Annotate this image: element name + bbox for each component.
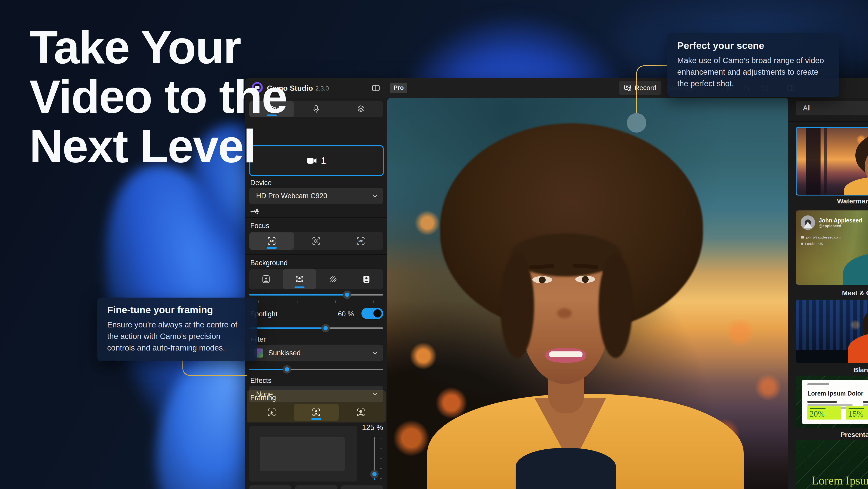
record-button[interactable]: Record	[619, 81, 661, 95]
flip-horizontal-button[interactable]	[249, 485, 291, 489]
slide-stat-value: 20%	[810, 409, 839, 419]
subject-smile	[546, 348, 586, 363]
location-pin-icon	[801, 242, 804, 245]
svg-text:MF: MF	[359, 239, 363, 243]
subject-hair-side	[598, 254, 632, 358]
overlay-location: London, UK	[805, 242, 823, 246]
device-dropdown[interactable]: HD Pro Webcam C920	[249, 188, 383, 204]
subject-eye	[532, 276, 552, 283]
focus-auto-af-option[interactable]: AF	[249, 232, 294, 250]
overlay-location-row: London, UK	[801, 242, 823, 246]
subject-eye	[575, 276, 595, 283]
slider-ticks	[249, 300, 383, 303]
filter-value: Sunkissed	[268, 349, 301, 357]
tab-microphone[interactable]	[294, 101, 338, 117]
background-label: Background	[250, 259, 287, 267]
callout-body: Make use of Camo’s broad range of video …	[677, 55, 829, 89]
video-preview	[387, 98, 788, 489]
overlay-email: johny@appleseed.com	[806, 235, 841, 239]
framing-segmented-control	[249, 404, 383, 421]
preset-thumbnail-blank[interactable]	[796, 299, 868, 363]
background-strength-slider[interactable]	[249, 291, 383, 299]
subject-nose	[557, 308, 572, 318]
callout-title: Fine-tune your framing	[107, 304, 247, 315]
window-frame-shape	[806, 127, 820, 195]
preset-thumbnail-presentation[interactable]: Lorem Ipsum Dolor	[796, 376, 868, 428]
overlay-name: John Appleseed	[819, 217, 862, 224]
sidebar-toggle-icon[interactable]	[371, 84, 380, 92]
filter-dropdown[interactable]: Sunkissed	[249, 345, 383, 361]
device-value: HD Pro Webcam C920	[256, 192, 327, 200]
framing-pan-area[interactable]	[249, 426, 358, 482]
chevron-down-icon	[372, 350, 378, 356]
subject-top	[516, 448, 616, 489]
focus-segmented-control: AF MF	[249, 232, 383, 250]
record-icon	[624, 84, 632, 92]
camera-number: 1	[321, 155, 326, 166]
device-label: Device	[250, 179, 272, 187]
library-filter-value: All	[803, 104, 811, 112]
preset-label: Presentation	[840, 431, 868, 438]
tab-layers[interactable]	[339, 101, 383, 117]
rotate-button[interactable]	[295, 485, 337, 489]
focus-manual-mf-option[interactable]: MF	[339, 232, 383, 250]
effects-label: Effects	[250, 377, 272, 385]
callout-fine-tune-framing: Fine-tune your framing Ensure you’re alw…	[97, 297, 257, 361]
slide-stat-box: 15%	[846, 406, 868, 420]
zoom-value: 125 %	[360, 423, 385, 432]
headline-line: Take Your	[29, 23, 287, 72]
overlay-email-row: johny@appleseed.com	[801, 235, 841, 239]
focus-center-option[interactable]	[294, 232, 338, 250]
preset-label: Blank	[853, 366, 868, 374]
slide-card: Lorem Ipsum Dolor	[802, 380, 868, 424]
app-version: 2.3.0	[315, 85, 329, 92]
background-replace-option[interactable]	[283, 269, 316, 289]
background-none-option[interactable]	[249, 269, 283, 289]
background-portrait-option[interactable]	[350, 269, 383, 289]
overlay-handle: @appleseed	[819, 224, 862, 228]
headline-line: Video to the	[29, 72, 287, 121]
spotlight-value: 60 %	[338, 310, 354, 318]
callout-title: Perfect your scene	[677, 40, 829, 51]
slide-stat-value: 15%	[848, 409, 868, 419]
preset-label: Meet & Greet	[842, 289, 868, 297]
subject-hair-side	[500, 254, 534, 358]
headline-line: Next Level	[29, 121, 287, 171]
preset-thumbnail-meet-greet[interactable]: John Appleseed @appleseed johny@applesee…	[796, 210, 868, 285]
slide-title: Lorem Ipsum Dolor	[807, 390, 868, 397]
framing-closeup-option[interactable]	[339, 404, 383, 421]
usb-icon	[250, 208, 260, 215]
camo-studio-window: Camo Studio 2.3.0 Pro Record Meetings	[245, 78, 868, 489]
lower-third-overlay: John Appleseed @appleseed	[801, 215, 862, 230]
focus-label: Focus	[250, 222, 269, 230]
thumb-slide-frame	[805, 447, 868, 489]
slide-stat-box: 20%	[807, 406, 841, 420]
screenshot-stage: Take Your Video to the Next Level Camo S…	[0, 0, 868, 489]
preset-thumbnail-lorem[interactable]: Lorem Ipsum	[796, 440, 868, 489]
slide-logo-bar	[807, 383, 829, 385]
pro-badge: Pro	[390, 83, 407, 93]
spotlight-slider[interactable]	[249, 324, 383, 332]
zoom-slider-ticks	[380, 438, 382, 479]
framing-auto-person-option[interactable]	[294, 404, 338, 421]
marketing-headline: Take Your Video to the Next Level	[29, 23, 287, 171]
spotlight-toggle[interactable]	[362, 308, 383, 319]
svg-text:AF: AF	[270, 239, 274, 243]
background-blur-option[interactable]	[316, 269, 350, 289]
email-icon	[801, 236, 804, 238]
record-label: Record	[634, 84, 656, 92]
callout-perfect-scene: Perfect your scene Make use of Camo’s br…	[667, 33, 839, 97]
zoom-slider[interactable]	[372, 437, 381, 480]
preset-label: Watermark	[837, 197, 868, 205]
library-filter-dropdown[interactable]: All	[796, 101, 868, 115]
filter-strength-slider[interactable]	[249, 365, 383, 373]
framing-manual-option[interactable]	[249, 404, 294, 421]
background-segmented-control	[249, 269, 383, 289]
overlay-avatar	[801, 215, 815, 230]
window-frame-shape	[824, 127, 827, 195]
preset-thumbnail-watermark[interactable]	[796, 127, 868, 196]
stabilize-button[interactable]	[341, 485, 383, 489]
framing-crop-box[interactable]	[260, 437, 345, 471]
scene-library-panel: All Watermark	[788, 98, 868, 489]
callout-body: Ensure you’re always at the centre of th…	[107, 319, 247, 353]
